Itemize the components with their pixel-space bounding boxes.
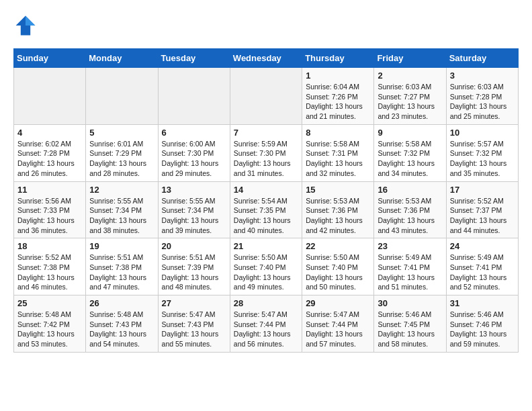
calendar-cell: 12Sunrise: 5:55 AMSunset: 7:34 PMDayligh… [86, 181, 158, 238]
day-number: 19 [89, 241, 154, 251]
cell-content: Sunrise: 5:54 AMSunset: 7:35 PMDaylight:… [234, 196, 298, 236]
header-day: Friday [374, 49, 446, 68]
cell-content: Sunrise: 5:53 AMSunset: 7:36 PMDaylight:… [306, 196, 370, 236]
calendar-cell [86, 68, 158, 125]
header-row: SundayMondayTuesdayWednesdayThursdayFrid… [14, 49, 519, 68]
cell-content: Sunrise: 5:47 AMSunset: 7:44 PMDaylight:… [234, 310, 298, 349]
day-number: 26 [89, 298, 154, 308]
calendar-cell: 3Sunrise: 6:03 AMSunset: 7:28 PMDaylight… [446, 68, 518, 125]
calendar-cell: 23Sunrise: 5:49 AMSunset: 7:41 PMDayligh… [374, 238, 446, 295]
cell-content: Sunrise: 5:47 AMSunset: 7:43 PMDaylight:… [162, 310, 226, 349]
day-number: 17 [450, 185, 515, 195]
svg-marker-1 [26, 16, 35, 26]
day-number: 12 [89, 185, 154, 195]
header-day: Monday [86, 49, 158, 68]
header-day: Wednesday [230, 49, 302, 68]
calendar-week-row: 11Sunrise: 5:56 AMSunset: 7:33 PMDayligh… [14, 181, 519, 238]
day-number: 9 [378, 128, 442, 138]
cell-content: Sunrise: 5:49 AMSunset: 7:41 PMDaylight:… [450, 253, 515, 292]
calendar-cell: 10Sunrise: 5:57 AMSunset: 7:32 PMDayligh… [446, 124, 518, 181]
calendar-cell: 24Sunrise: 5:49 AMSunset: 7:41 PMDayligh… [446, 238, 518, 295]
cell-content: Sunrise: 5:51 AMSunset: 7:39 PMDaylight:… [162, 253, 226, 292]
calendar-cell: 9Sunrise: 5:58 AMSunset: 7:32 PMDaylight… [374, 124, 446, 181]
day-number: 2 [378, 71, 442, 81]
cell-content: Sunrise: 5:48 AMSunset: 7:43 PMDaylight:… [89, 310, 154, 349]
calendar-cell: 15Sunrise: 5:53 AMSunset: 7:36 PMDayligh… [302, 181, 374, 238]
calendar-week-row: 25Sunrise: 5:48 AMSunset: 7:42 PMDayligh… [14, 295, 519, 353]
header-day: Thursday [302, 49, 374, 68]
calendar-cell: 2Sunrise: 6:03 AMSunset: 7:27 PMDaylight… [374, 68, 446, 125]
calendar-cell: 11Sunrise: 5:56 AMSunset: 7:33 PMDayligh… [14, 181, 86, 238]
calendar-cell: 19Sunrise: 5:51 AMSunset: 7:38 PMDayligh… [86, 238, 158, 295]
cell-content: Sunrise: 5:46 AMSunset: 7:45 PMDaylight:… [378, 310, 442, 349]
cell-content: Sunrise: 5:58 AMSunset: 7:31 PMDaylight:… [306, 139, 370, 179]
day-number: 15 [306, 185, 370, 195]
cell-content: Sunrise: 5:52 AMSunset: 7:37 PMDaylight:… [450, 196, 515, 236]
header-day: Tuesday [158, 49, 230, 68]
day-number: 18 [17, 241, 82, 251]
calendar-cell [230, 68, 302, 125]
cell-content: Sunrise: 6:00 AMSunset: 7:30 PMDaylight:… [162, 139, 226, 179]
cell-content: Sunrise: 5:52 AMSunset: 7:38 PMDaylight:… [17, 253, 82, 292]
day-number: 30 [378, 298, 442, 308]
calendar-cell [14, 68, 86, 125]
calendar-cell: 14Sunrise: 5:54 AMSunset: 7:35 PMDayligh… [230, 181, 302, 238]
day-number: 10 [450, 128, 515, 138]
cell-content: Sunrise: 6:01 AMSunset: 7:29 PMDaylight:… [89, 139, 154, 179]
day-number: 1 [306, 71, 370, 81]
calendar-body: 1Sunrise: 6:04 AMSunset: 7:26 PMDaylight… [14, 68, 519, 353]
calendar-cell: 28Sunrise: 5:47 AMSunset: 7:44 PMDayligh… [230, 295, 302, 353]
cell-content: Sunrise: 6:02 AMSunset: 7:28 PMDaylight:… [17, 139, 82, 179]
cell-content: Sunrise: 5:46 AMSunset: 7:46 PMDaylight:… [450, 310, 515, 349]
day-number: 14 [234, 185, 298, 195]
calendar-cell: 21Sunrise: 5:50 AMSunset: 7:40 PMDayligh… [230, 238, 302, 295]
day-number: 23 [378, 241, 442, 251]
calendar-cell: 6Sunrise: 6:00 AMSunset: 7:30 PMDaylight… [158, 124, 230, 181]
day-number: 20 [162, 241, 226, 251]
cell-content: Sunrise: 5:53 AMSunset: 7:36 PMDaylight:… [378, 196, 442, 236]
cell-content: Sunrise: 6:03 AMSunset: 7:27 PMDaylight:… [378, 82, 442, 122]
cell-content: Sunrise: 5:47 AMSunset: 7:44 PMDaylight:… [306, 310, 370, 349]
day-number: 7 [234, 128, 298, 138]
calendar-cell: 8Sunrise: 5:58 AMSunset: 7:31 PMDaylight… [302, 124, 374, 181]
calendar-cell: 31Sunrise: 5:46 AMSunset: 7:46 PMDayligh… [446, 295, 518, 353]
calendar-week-row: 18Sunrise: 5:52 AMSunset: 7:38 PMDayligh… [14, 238, 519, 295]
cell-content: Sunrise: 5:51 AMSunset: 7:38 PMDaylight:… [89, 253, 154, 292]
cell-content: Sunrise: 5:55 AMSunset: 7:34 PMDaylight:… [162, 196, 226, 236]
day-number: 24 [450, 241, 515, 251]
day-number: 4 [17, 128, 82, 138]
calendar-cell: 29Sunrise: 5:47 AMSunset: 7:44 PMDayligh… [302, 295, 374, 353]
calendar-cell [158, 68, 230, 125]
calendar-cell: 26Sunrise: 5:48 AMSunset: 7:43 PMDayligh… [86, 295, 158, 353]
calendar-week-row: 4Sunrise: 6:02 AMSunset: 7:28 PMDaylight… [14, 124, 519, 181]
day-number: 21 [234, 241, 298, 251]
cell-content: Sunrise: 5:48 AMSunset: 7:42 PMDaylight:… [17, 310, 82, 349]
calendar-cell: 13Sunrise: 5:55 AMSunset: 7:34 PMDayligh… [158, 181, 230, 238]
logo-icon [13, 13, 38, 38]
day-number: 3 [450, 71, 515, 81]
calendar-cell: 5Sunrise: 6:01 AMSunset: 7:29 PMDaylight… [86, 124, 158, 181]
cell-content: Sunrise: 6:03 AMSunset: 7:28 PMDaylight:… [450, 82, 515, 122]
calendar-cell: 25Sunrise: 5:48 AMSunset: 7:42 PMDayligh… [14, 295, 86, 353]
calendar-cell: 22Sunrise: 5:50 AMSunset: 7:40 PMDayligh… [302, 238, 374, 295]
day-number: 28 [234, 298, 298, 308]
calendar-cell: 20Sunrise: 5:51 AMSunset: 7:39 PMDayligh… [158, 238, 230, 295]
page-header [13, 13, 519, 38]
calendar-cell: 4Sunrise: 6:02 AMSunset: 7:28 PMDaylight… [14, 124, 86, 181]
day-number: 11 [17, 185, 82, 195]
day-number: 25 [17, 298, 82, 308]
day-number: 5 [89, 128, 154, 138]
calendar-cell: 27Sunrise: 5:47 AMSunset: 7:43 PMDayligh… [158, 295, 230, 353]
header-day: Saturday [446, 49, 518, 68]
day-number: 27 [162, 298, 226, 308]
day-number: 22 [306, 241, 370, 251]
calendar-cell: 7Sunrise: 5:59 AMSunset: 7:30 PMDaylight… [230, 124, 302, 181]
day-number: 8 [306, 128, 370, 138]
day-number: 31 [450, 298, 515, 308]
calendar-cell: 30Sunrise: 5:46 AMSunset: 7:45 PMDayligh… [374, 295, 446, 353]
calendar-header: SundayMondayTuesdayWednesdayThursdayFrid… [14, 49, 519, 68]
cell-content: Sunrise: 6:04 AMSunset: 7:26 PMDaylight:… [306, 82, 370, 122]
calendar-week-row: 1Sunrise: 6:04 AMSunset: 7:26 PMDaylight… [14, 68, 519, 125]
calendar-cell: 1Sunrise: 6:04 AMSunset: 7:26 PMDaylight… [302, 68, 374, 125]
calendar-table: SundayMondayTuesdayWednesdayThursdayFrid… [13, 48, 519, 353]
